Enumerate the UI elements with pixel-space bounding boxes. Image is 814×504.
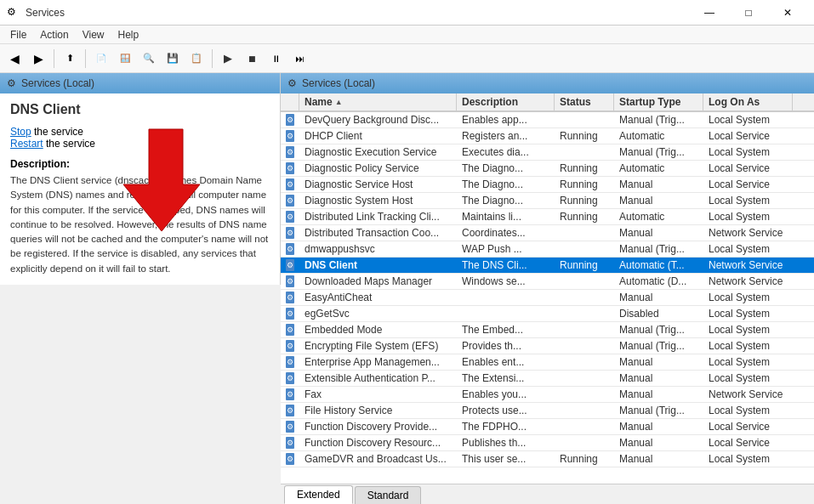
- restart-service-row: Restart the service: [10, 138, 270, 150]
- row-status: [555, 322, 614, 337]
- col-startup-type[interactable]: Startup Type: [614, 93, 703, 110]
- row-log-on-as: Local Service: [703, 419, 793, 434]
- stop-service-link[interactable]: Stop: [10, 126, 31, 138]
- stop-service-row: Stop the service: [10, 126, 270, 138]
- row-description: Registers an...: [457, 128, 555, 144]
- maximize-button[interactable]: □: [729, 0, 768, 25]
- toolbar-stop[interactable]: ⏹: [241, 48, 263, 70]
- row-description: Enables app...: [457, 112, 555, 127]
- table-row[interactable]: ⚙ Distributed Transaction Coo... Coordin…: [281, 225, 814, 241]
- description-label: Description:: [10, 158, 270, 170]
- row-status: [555, 371, 614, 386]
- row-log-on-as: Network Service: [703, 258, 793, 273]
- row-log-on-as: Local Service: [703, 177, 793, 192]
- table-row[interactable]: ⚙ DNS Client The DNS Cli... Running Auto…: [281, 258, 814, 274]
- menu-file[interactable]: File: [3, 25, 33, 44]
- row-status: [555, 403, 614, 418]
- table-row[interactable]: ⚙ Embedded Mode The Embed... Manual (Tri…: [281, 322, 814, 338]
- row-icon: ⚙: [281, 177, 299, 192]
- row-icon: ⚙: [281, 354, 299, 370]
- toolbar-sep3: [212, 49, 213, 68]
- table-row[interactable]: ⚙ egGetSvc Disabled Local System: [281, 306, 814, 322]
- row-description: Maintains li...: [457, 209, 555, 224]
- table-row[interactable]: ⚙ DHCP Client Registers an... Running Au…: [281, 128, 814, 144]
- row-description: WAP Push ...: [457, 241, 555, 257]
- toolbar-play[interactable]: ▶: [217, 48, 239, 70]
- row-icon: ⚙: [281, 290, 299, 305]
- col-log-on-as[interactable]: Log On As: [703, 93, 793, 110]
- row-startup-type: Manual (Trig...: [614, 403, 703, 418]
- row-log-on-as: Network Service: [703, 274, 793, 289]
- row-description: The Diagno...: [457, 161, 555, 176]
- table-row[interactable]: ⚙ Fax Enables you... Manual Network Serv…: [281, 387, 814, 403]
- menu-action[interactable]: Action: [33, 25, 75, 44]
- service-icon: ⚙: [286, 292, 294, 303]
- row-status: Running: [555, 258, 614, 273]
- row-description: This user se...: [457, 451, 555, 467]
- toolbar-show-hide-console[interactable]: 📄: [90, 48, 112, 70]
- table-row[interactable]: ⚙ dmwappushsvc WAP Push ... Manual (Trig…: [281, 241, 814, 258]
- row-status: Running: [555, 451, 614, 467]
- row-icon: ⚙: [281, 387, 299, 402]
- restart-service-link[interactable]: Restart: [10, 138, 43, 150]
- toolbar-new-window[interactable]: 🪟: [114, 48, 136, 70]
- table-row[interactable]: ⚙ Downloaded Maps Manager Windows se... …: [281, 274, 814, 290]
- table-row[interactable]: ⚙ Diagnostic Service Host The Diagno... …: [281, 177, 814, 193]
- menu-help[interactable]: Help: [111, 25, 146, 44]
- table-row[interactable]: ⚙ Encrypting File System (EFS) Provides …: [281, 338, 814, 354]
- table-row[interactable]: ⚙ Diagnostic System Host The Diagno... R…: [281, 193, 814, 209]
- table-row[interactable]: ⚙ File History Service Protects use... M…: [281, 403, 814, 419]
- col-name[interactable]: Name ▲: [299, 93, 457, 110]
- table-row[interactable]: ⚙ GameDVR and Broadcast Us... This user …: [281, 451, 814, 467]
- row-icon: ⚙: [281, 193, 299, 208]
- toolbar-restart[interactable]: ⏭: [288, 48, 310, 70]
- table-row[interactable]: ⚙ Diagnostic Execution Service Executes …: [281, 144, 814, 161]
- row-startup-type: Manual: [614, 290, 703, 305]
- row-name: EasyAntiCheat: [299, 290, 457, 305]
- row-name: Distributed Link Tracking Cli...: [299, 209, 457, 224]
- row-startup-type: Manual (Trig...: [614, 322, 703, 337]
- row-startup-type: Automatic: [614, 128, 703, 144]
- table-row[interactable]: ⚙ Enterprise App Managemen... Enables en…: [281, 354, 814, 371]
- row-startup-type: Manual (Trig...: [614, 112, 703, 127]
- row-log-on-as: Local System: [703, 144, 793, 160]
- table-row[interactable]: ⚙ Extensible Authentication P... The Ext…: [281, 371, 814, 387]
- row-log-on-as: Local System: [703, 322, 793, 337]
- minimize-button[interactable]: —: [690, 0, 729, 25]
- row-name: Diagnostic Service Host: [299, 177, 457, 192]
- tab-extended[interactable]: Extended: [284, 485, 353, 504]
- col-status[interactable]: Status: [555, 93, 614, 110]
- row-icon: ⚙: [281, 322, 299, 337]
- toolbar-pause[interactable]: ⏸: [265, 48, 287, 70]
- row-description: Protects use...: [457, 403, 555, 418]
- service-icon: ⚙: [286, 130, 294, 142]
- table-row[interactable]: ⚙ Function Discovery Provide... The FDPH…: [281, 419, 814, 435]
- row-log-on-as: Local System: [703, 354, 793, 370]
- col-description[interactable]: Description: [457, 93, 555, 110]
- toolbar-up[interactable]: ⬆: [59, 48, 81, 70]
- toolbar-export[interactable]: 💾: [162, 48, 184, 70]
- row-description: [457, 290, 555, 305]
- table-row[interactable]: ⚙ Distributed Link Tracking Cli... Maint…: [281, 209, 814, 225]
- services-table[interactable]: Name ▲ Description Status Startup Type L…: [281, 93, 814, 484]
- toolbar-back[interactable]: ◀: [3, 48, 26, 70]
- col-name-label: Name: [305, 96, 333, 108]
- close-button[interactable]: ✕: [768, 0, 807, 25]
- tab-standard[interactable]: Standard: [355, 486, 422, 504]
- left-section: ⚙ Services (Local) DNS Client Stop the s…: [0, 73, 281, 504]
- table-row[interactable]: ⚙ EasyAntiCheat Manual Local System: [281, 290, 814, 306]
- row-status: [555, 387, 614, 402]
- toolbar-refresh[interactable]: 🔍: [138, 48, 160, 70]
- row-name: Enterprise App Managemen...: [299, 354, 457, 370]
- row-log-on-as: Local System: [703, 112, 793, 127]
- menu-view[interactable]: View: [76, 25, 111, 44]
- left-panel-body: DNS Client Stop the service Restart the …: [0, 93, 280, 285]
- table-row[interactable]: ⚙ Function Discovery Resourc... Publishe…: [281, 435, 814, 451]
- toolbar-properties[interactable]: 📋: [185, 48, 208, 70]
- row-status: Running: [555, 177, 614, 192]
- row-startup-type: Manual: [614, 435, 703, 450]
- toolbar-forward[interactable]: ▶: [27, 48, 49, 70]
- table-row[interactable]: ⚙ Diagnostic Policy Service The Diagno..…: [281, 161, 814, 177]
- table-row[interactable]: ⚙ DevQuery Background Disc... Enables ap…: [281, 112, 814, 128]
- row-status: [555, 338, 614, 354]
